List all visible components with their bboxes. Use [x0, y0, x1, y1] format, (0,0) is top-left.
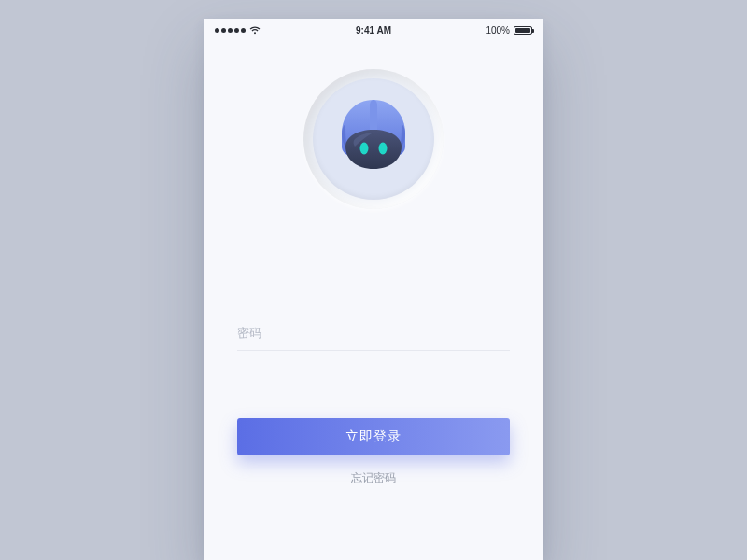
- phone-frame: 9:41 AM 100%: [204, 19, 543, 560]
- avatar: [313, 78, 434, 200]
- svg-point-1: [379, 143, 388, 155]
- battery-percent: 100%: [486, 25, 510, 35]
- wifi-icon: [249, 26, 261, 35]
- status-right: 100%: [486, 25, 532, 35]
- svg-point-0: [360, 143, 369, 155]
- robot-icon: [327, 92, 420, 186]
- battery-icon: [514, 26, 532, 35]
- status-left: [215, 26, 261, 35]
- signal-dots-icon: [215, 28, 246, 33]
- forgot-password-link[interactable]: 忘记密码: [237, 470, 510, 486]
- actions: 立即登录 忘记密码: [237, 418, 510, 486]
- password-input[interactable]: [237, 326, 510, 340]
- username-input[interactable]: [237, 276, 510, 290]
- status-bar: 9:41 AM 100%: [204, 19, 543, 41]
- login-button[interactable]: 立即登录: [237, 418, 510, 455]
- login-form: [237, 263, 510, 351]
- avatar-frame: [303, 69, 444, 209]
- username-field-row: [237, 263, 510, 301]
- password-field-row: [237, 313, 510, 351]
